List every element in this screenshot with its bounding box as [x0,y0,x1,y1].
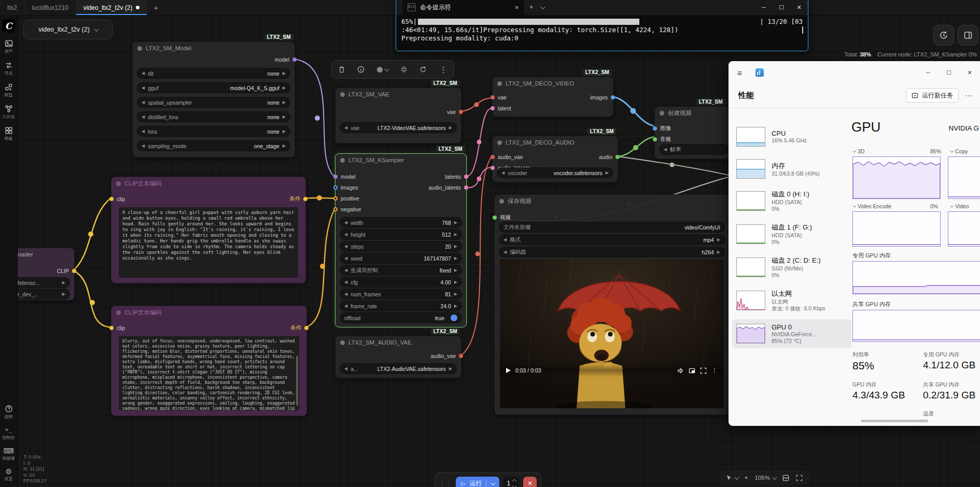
prompt-scrollbar[interactable] [296,356,298,406]
left-arrow-icon[interactable]: ◀ [344,280,347,284]
output-port-conditioning[interactable]: 条件 [290,324,309,332]
input-port-negative[interactable]: negative [333,205,361,213]
collapse-dot[interactable] [340,340,345,345]
right-arrow-icon[interactable]: ▶ [454,220,457,225]
widget-codec[interactable]: ◀编码器h264▶ [499,247,725,257]
right-arrow-icon[interactable]: ▶ [62,280,65,285]
widget-control-after-generate[interactable]: ◀生成后控制fixed▶ [340,265,462,276]
widget-gguf[interactable]: ◀ggufmodel-Q4_K_S.gguf▶ [137,82,290,93]
command-prompt-window[interactable]: C:\ 命令提示符 ✕ + ─ ☐ ✕ 65%|| 13/20 [03 :46<… [396,0,808,51]
output-port-audio-vae[interactable]: audio_vae [431,352,463,360]
widget-frame-rate[interactable]: ◀帧率 [659,144,729,155]
right-arrow-icon[interactable]: ▶ [449,366,452,371]
right-arrow-icon[interactable]: ▶ [283,100,286,105]
left-arrow-icon[interactable]: ◀ [142,71,145,76]
collapse-dot[interactable] [497,81,502,86]
right-arrow-icon[interactable]: ▶ [454,256,457,261]
workflow-selector[interactable]: video_ltx2_t2v (2) [23,20,113,39]
sidebar-item-help[interactable]: 说明 [5,405,13,420]
tab-video-ltx2-t2v[interactable]: video_ltx2_t2v (2) [76,0,148,15]
collapse-dot[interactable] [340,158,345,163]
chart-header-copy[interactable]: Copy [950,148,968,154]
more-options-icon[interactable]: ⋯ [965,92,972,99]
node-ltx2-sm-audio-vae[interactable]: LTX2_SM LTX2_SM_AUDIO_VAE audio_vae ◀a..… [335,336,461,378]
minimize-icon[interactable]: ─ [755,4,773,11]
focus-mode-icon[interactable] [796,475,803,481]
left-arrow-icon[interactable]: ◀ [142,114,145,119]
right-arrow-icon[interactable]: ▶ [454,304,457,308]
collapse-dot[interactable] [340,92,345,97]
sidebar-item-shortcuts[interactable]: ⌨ 快捷键 [3,447,15,461]
right-arrow-icon[interactable]: ▶ [454,280,457,284]
history-button[interactable] [933,25,954,46]
collapse-dot[interactable] [499,199,504,204]
video-preview[interactable]: 0:03 / 0:03 ⋮ [500,259,724,408]
node-clip-text-encode-negative[interactable]: CLIP文本编码 clip 条件 blurry, out of focus, o… [111,306,307,416]
widget-lora[interactable]: ◀loranone▶ [137,126,290,137]
node-ltx2-sm-ksampler[interactable]: LTX2_SM LTX2_SM_KSampler model images po… [335,153,467,327]
widget-height[interactable]: ◀height512▶ [340,229,462,240]
input-port-clip[interactable]: clip [109,195,125,203]
widget-format[interactable]: ◀格式mp4▶ [499,234,725,245]
node-save-video[interactable]: 保存视频 视频 文件名前缀video/ComfyUI ◀格式mp4▶ ◀编码器h… [494,194,730,415]
input-port-positive[interactable]: positive [333,194,359,203]
output-port-images[interactable]: images [590,93,615,102]
maximize-icon[interactable]: ☐ [939,61,959,84]
left-arrow-icon[interactable]: ◀ [344,366,347,371]
perf-item-cpu[interactable]: CPU16% 5.46 GHz [732,122,851,151]
right-arrow-icon[interactable]: ▶ [454,268,457,273]
widget-dit[interactable]: ◀ditnone▶ [137,68,290,79]
input-port-model[interactable]: model [333,173,356,181]
left-arrow-icon[interactable]: ◀ [344,244,347,249]
sidebar-item-assets[interactable]: 资产 [5,39,13,54]
widget-num-frames[interactable]: ◀num_frames81▶ [340,289,462,299]
widget-audio-vae-file[interactable]: ◀a...LTX2-AudioVAE.safetensors▶ [340,363,457,374]
pip-icon[interactable] [689,367,695,374]
fit-view-icon[interactable]: ⌖ [745,475,748,481]
input-port-latent[interactable]: latent [491,104,511,112]
info-icon[interactable] [357,66,365,73]
output-port-clip[interactable]: CLIP [57,267,76,275]
right-arrow-icon[interactable]: ▶ [606,170,609,175]
volume-icon[interactable] [677,367,684,374]
comfyui-logo[interactable]: C [2,19,16,33]
play-icon[interactable] [506,368,511,373]
widget-sampling-mode[interactable]: ◀sampling_modeone_stage▶ [137,140,290,151]
left-arrow-icon[interactable]: ◀ [344,256,347,261]
input-port-images[interactable]: images [333,183,358,192]
collapse-node-icon[interactable] [400,66,408,73]
perf-item-disk0[interactable]: 磁盘 0 (H: I:)HDD (SATA)0% [732,187,851,216]
terminal-dropdown-icon[interactable] [540,4,545,9]
output-port-latents[interactable]: latents [445,173,468,181]
node-create-video[interactable]: LTX2_SM 创建视频 图像 音频 ◀帧率 [654,106,733,159]
sidebar-item-settings[interactable]: ⚙ 设置 [5,468,13,482]
run-new-task-button[interactable]: 运行新任务 [906,88,959,103]
right-arrow-icon[interactable]: ▶ [283,114,286,119]
right-arrow-icon[interactable]: ▶ [454,232,457,237]
input-port-clip[interactable]: clip [109,324,125,332]
left-arrow-icon[interactable]: ◀ [142,144,145,148]
perf-item-disk2[interactable]: 磁盘 2 (C: D: E:)SSD (NVMe)0% [732,253,851,282]
run-button[interactable]: ▷运行 [456,477,499,487]
chart-header-video-encode[interactable]: Video Encode [852,203,891,209]
fullscreen-icon[interactable] [700,367,707,374]
taskmgr-titlebar[interactable]: ≡ ─ ☐ ✕ [729,61,980,84]
left-arrow-icon[interactable]: ◀ [142,100,145,105]
right-arrow-icon[interactable]: ▶ [283,129,286,134]
output-port-conditioning[interactable]: 条件 [289,195,307,203]
close-icon[interactable]: ✕ [959,61,980,84]
widget-cfg[interactable]: ◀cfg4.00▶ [340,277,462,288]
right-arrow-icon[interactable]: ▶ [454,244,457,249]
sidebar-item-models[interactable]: 模型 [5,83,13,98]
left-arrow-icon[interactable]: ◀ [344,125,347,130]
more-options-icon[interactable]: ⋮ [439,65,447,75]
close-icon[interactable]: ✕ [790,4,808,11]
zoom-level-select[interactable]: 105% [754,475,775,481]
terminal-tab[interactable]: C:\ 命令提示符 ✕ [402,0,524,15]
chart-header-3d[interactable]: 3D [852,148,864,154]
right-arrow-icon[interactable]: ▶ [62,292,65,296]
widget-steps[interactable]: ◀steps20▶ [340,241,462,252]
output-port-model[interactable]: model [274,55,297,64]
batch-count-stepper[interactable]: 1 [503,477,519,487]
right-arrow-icon[interactable]: ▶ [449,125,452,130]
